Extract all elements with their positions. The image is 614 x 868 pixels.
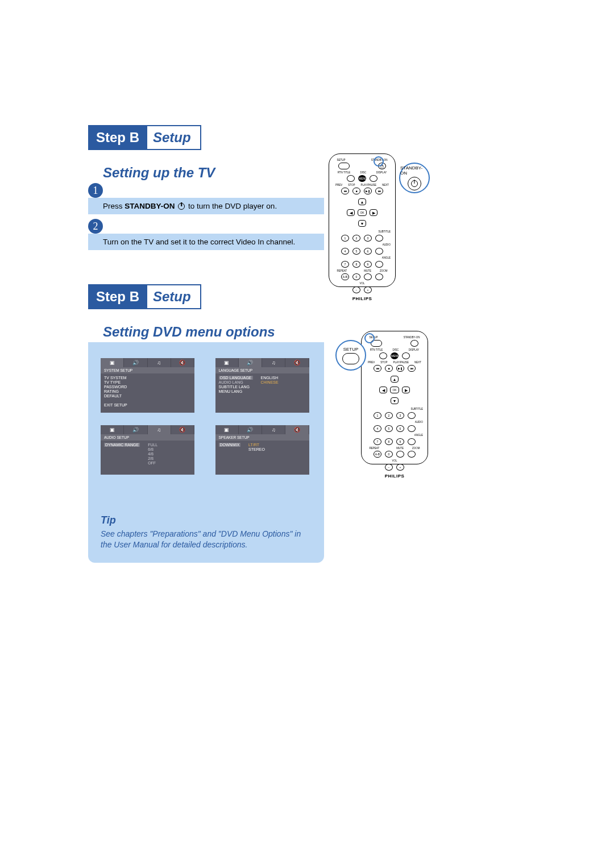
next-button[interactable]: ⏭	[408, 365, 416, 372]
lbl: REPEAT	[370, 447, 380, 450]
step-number-1: 1	[88, 183, 103, 198]
vol-up-button[interactable]: +	[364, 286, 372, 293]
num-button[interactable]: 7	[341, 261, 349, 268]
num-button[interactable]: 4	[341, 248, 349, 255]
next-button[interactable]: ⏭	[375, 188, 383, 194]
lbl-angle: ANGLE	[366, 434, 423, 437]
tab-music-icon: ♫	[262, 358, 285, 367]
lbl-vol: VOL	[334, 282, 391, 285]
num-button[interactable]: 4	[374, 425, 381, 432]
osd-opt: 2/8	[148, 456, 157, 460]
stop-button[interactable]: ■	[352, 188, 360, 194]
num-button[interactable]: 9	[364, 261, 372, 268]
num-button[interactable]: 6	[364, 248, 372, 255]
left-button[interactable]: ◀	[347, 209, 355, 216]
num-button[interactable]: 1	[341, 235, 349, 242]
mute-button[interactable]	[396, 451, 404, 458]
osd-value: CHINESE	[261, 380, 279, 384]
setup-icon	[342, 353, 359, 364]
right-button[interactable]: ▶	[370, 209, 377, 216]
menu-button[interactable]: MENU	[358, 175, 366, 182]
instruction-2: Turn on the TV and set it to the correct…	[88, 234, 324, 250]
right-button[interactable]: ▶	[402, 387, 410, 393]
rtn-title-button[interactable]	[379, 352, 387, 359]
vol-down-button[interactable]: −	[385, 464, 393, 471]
audio-button[interactable]	[408, 425, 416, 432]
subtitle-button[interactable]	[408, 412, 416, 419]
osd-item: TV SYSTEM	[104, 376, 127, 380]
left-button[interactable]: ◀	[379, 387, 387, 393]
lbl: PLAY/PAUSE	[393, 361, 409, 364]
play-pause-button[interactable]: ▶❚	[396, 365, 404, 372]
tab-display-icon: ▣	[215, 425, 239, 434]
num-button[interactable]: 5	[352, 248, 360, 255]
ok-button[interactable]: OK	[390, 387, 399, 393]
tab-display-icon: ▣	[101, 425, 124, 434]
callout-label: SETUP	[343, 347, 359, 352]
lbl: NEXT	[414, 361, 421, 364]
setup-button[interactable]	[338, 163, 350, 169]
zoom-button[interactable]	[408, 451, 416, 458]
lbl: MUTE	[396, 447, 404, 450]
callout-standby: STANDBY-ON	[399, 163, 430, 193]
ab-button[interactable]: A-B	[374, 451, 381, 458]
num-button[interactable]: 6	[396, 425, 404, 432]
num-button[interactable]: 9	[396, 438, 404, 445]
lbl: STOP	[348, 184, 355, 186]
audio-button[interactable]	[375, 248, 383, 255]
osd-opt: FULL	[148, 443, 157, 447]
lbl-audio: AUDIO	[334, 243, 391, 246]
step-number-2: 2	[88, 219, 103, 234]
num-button[interactable]: 2	[352, 235, 360, 242]
angle-button[interactable]	[408, 438, 416, 445]
num-button[interactable]: 0	[352, 273, 360, 280]
num-button[interactable]: 8	[385, 438, 393, 445]
prev-button[interactable]: ⏮	[374, 365, 381, 372]
remote-illustration-2: SETUPSTANDBY-ON RTN TITLEDISCDISPLAY MEN…	[361, 331, 428, 464]
vol-up-button[interactable]: +	[396, 464, 404, 471]
num-button[interactable]: 8	[352, 261, 360, 268]
menu-button[interactable]: MENU	[391, 352, 399, 359]
up-button[interactable]: ▲	[391, 376, 399, 383]
standby-button[interactable]	[410, 340, 418, 347]
callout-label: STANDBY-ON	[400, 165, 429, 176]
mute-button[interactable]	[364, 273, 372, 280]
display-button[interactable]	[402, 352, 410, 359]
num-button[interactable]: 5	[385, 425, 393, 432]
num-button[interactable]: 7	[374, 438, 381, 445]
lbl: STANDBY-ON	[404, 336, 420, 339]
down-button[interactable]: ▼	[391, 397, 399, 404]
display-button[interactable]	[370, 175, 377, 182]
angle-button[interactable]	[375, 261, 383, 268]
prev-button[interactable]: ⏮	[341, 188, 349, 194]
stop-button[interactable]: ■	[385, 365, 393, 372]
num-button[interactable]: 2	[385, 412, 393, 419]
subtitle-button[interactable]	[375, 235, 383, 242]
osd-system-header: SYSTEM SETUP	[101, 367, 194, 373]
num-button[interactable]: 0	[385, 451, 393, 458]
play-pause-button[interactable]: ▶❚	[364, 188, 372, 194]
osd-opt: LT/RT	[248, 443, 265, 447]
ab-button[interactable]: A-B	[341, 273, 349, 280]
osd-item: OSD LANGUAGE	[219, 376, 253, 380]
tab-music-icon: ♫	[148, 425, 171, 434]
zoom-button[interactable]	[375, 273, 383, 280]
num-button[interactable]: 1	[374, 412, 381, 419]
osd-opt: 6/8	[148, 447, 157, 451]
up-button[interactable]: ▲	[358, 198, 366, 205]
callout-ring-setup	[364, 333, 375, 343]
vol-down-button[interactable]: −	[352, 286, 360, 293]
lbl-subtitle: SUBTITLE	[334, 230, 391, 233]
tip-body: See chapters "Preparations" and "DVD Men…	[101, 529, 312, 550]
setup-label-2: Setup	[147, 285, 200, 308]
num-button[interactable]: 3	[364, 235, 372, 242]
ok-button[interactable]: OK	[358, 209, 367, 216]
osd-language-header: LANGUAGE SETUP	[215, 367, 309, 373]
rtn-title-button[interactable]	[347, 175, 355, 182]
tab-mute-icon: 🔇	[285, 425, 309, 434]
lbl: DISC	[393, 348, 399, 351]
tab-mute-icon: 🔇	[171, 358, 194, 367]
num-button[interactable]: 3	[396, 412, 404, 419]
step-1-row: 1	[88, 183, 529, 198]
down-button[interactable]: ▼	[358, 220, 366, 227]
